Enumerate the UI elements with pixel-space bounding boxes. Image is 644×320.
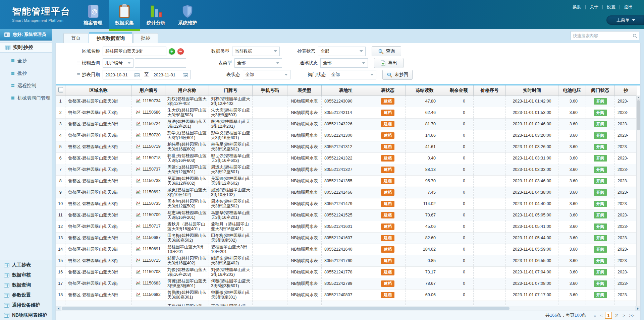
nav-item-clipboard[interactable]: 数据采集 (109, 0, 140, 29)
chart-icon[interactable] (136, 155, 141, 161)
column-header[interactable]: 表地址 (322, 85, 370, 95)
search-icon[interactable] (631, 34, 639, 38)
select-all-header[interactable] (56, 85, 65, 95)
column-header[interactable]: 价格序号 (474, 85, 506, 95)
page-number[interactable]: 2 (613, 312, 620, 319)
chart-icon[interactable] (136, 133, 141, 138)
date-from-input[interactable]: 2023-10-31 (103, 70, 142, 79)
horizontal-scroll-thumb[interactable] (62, 307, 509, 310)
date-to-input[interactable]: 2023-11-01 (151, 70, 191, 79)
chart-icon[interactable] (136, 121, 141, 127)
sidebar-subitem[interactable]: 远程控制 (0, 79, 52, 92)
chart-icon[interactable] (136, 224, 141, 229)
scroll-left-button[interactable] (56, 306, 61, 311)
sidebar-item-bottom[interactable]: NB物联网表维护 (0, 310, 52, 320)
table-row[interactable]: 13曾都区-碧桂园翠山蓝天3街11150687田冬梅(碧桂园翠山蓝天3街8座50… (56, 232, 637, 244)
column-header[interactable]: 用户名称 (165, 85, 209, 95)
chart-icon[interactable] (136, 110, 141, 115)
table-row[interactable]: 10曾都区-碧桂园翠山蓝天3街11150735周本智(碧桂园翠山蓝天3街12座5… (56, 198, 637, 209)
chart-icon[interactable] (136, 144, 141, 149)
scroll-up-button[interactable] (637, 95, 640, 100)
table-row[interactable]: 5曾都区-碧桂园翠山蓝天3街11150719柏伟星(碧桂园翠山蓝天3街16座60… (56, 141, 637, 152)
chart-icon[interactable] (136, 235, 141, 241)
chart-icon[interactable] (136, 167, 141, 172)
column-header[interactable]: 表状态 (370, 85, 406, 95)
tab-item[interactable]: 首页 (63, 33, 88, 43)
last-page-button[interactable]: >> (628, 313, 636, 318)
not-read-button[interactable]: 未抄回 (382, 70, 413, 80)
chart-icon[interactable] (136, 292, 141, 298)
column-header[interactable]: 冻结读数 (406, 85, 444, 95)
sidebar-item-realtime-reading[interactable]: 实时抄控 (0, 42, 52, 53)
column-header[interactable]: 阀门状态 (586, 85, 615, 95)
scroll-right-button[interactable] (635, 306, 640, 311)
tab-item[interactable]: 批抄 (133, 33, 158, 43)
table-row[interactable]: 17曾都区-碧桂园翠山蓝天3街11150683何薇(碧桂园翠山蓝天3街8座3栋6… (56, 278, 637, 289)
chart-icon[interactable] (136, 190, 141, 195)
chart-icon[interactable] (136, 269, 141, 275)
meter-type-select[interactable]: 全部 (234, 58, 282, 68)
table-row[interactable]: 6曾都区-碧桂园翠山蓝天3街11150718郭世强(碧桂园翠山蓝天3街16座60… (56, 152, 637, 164)
table-row[interactable]: 4曾都区-碧桂园翠山蓝天3街11150720彭学义(碧桂园翠山蓝天3街16座60… (56, 130, 637, 141)
table-row[interactable]: 16曾都区-碧桂园翠山蓝天3街11150708刘俊(碧桂园翠山蓝天3街16座20… (56, 266, 637, 278)
sidebar-subitem[interactable]: 批抄 (0, 67, 52, 79)
table-row[interactable]: 15曾都区-碧桂园翠山蓝天3街11150715邹耀东(碧桂园翠山蓝天3街16座4… (56, 255, 637, 266)
top-link[interactable]: 关于 (586, 4, 602, 10)
column-header[interactable]: 剩余金额 (444, 85, 474, 95)
sidebar-item-bottom[interactable]: 通用设备维护 (0, 300, 52, 310)
prev-page-button[interactable]: < (599, 313, 604, 318)
comm-state-select[interactable]: 全部 (320, 58, 368, 68)
column-header[interactable]: 电池电压 (558, 85, 586, 95)
table-row[interactable]: 9曾都区-碧桂园翠山蓝天3街11150692戚岚(碧桂园翠山蓝天3街10座102… (56, 187, 637, 198)
region-input[interactable]: 碧桂园翠山蓝天3街 (103, 47, 166, 56)
top-link[interactable]: 设置 (603, 4, 620, 10)
chart-icon[interactable] (136, 258, 141, 263)
table-row[interactable]: 8曾都区-碧桂园翠山蓝天3街11150738吴军娜(碧桂园翠山蓝天3街12座60… (56, 175, 637, 187)
read-state-select[interactable]: 全部 (318, 47, 366, 56)
table-row[interactable]: 2曾都区-碧桂园翠山蓝天3街11150686朱大庆(碧桂园翠山蓝天3街8座503… (56, 107, 637, 118)
table-row[interactable]: 王俊(碧桂园翠山蓝王俊(碧桂园翠山蓝 (56, 301, 637, 306)
column-header[interactable]: 用户编号 (132, 85, 165, 95)
valve-state-select[interactable]: 全部 (329, 70, 376, 79)
query-button[interactable]: 查询 (372, 46, 401, 56)
sidebar-item-bottom[interactable]: 人工抄表 (0, 260, 52, 270)
chart-icon[interactable] (136, 178, 141, 184)
column-header[interactable]: 门牌号 (209, 85, 253, 95)
nav-item-shield[interactable]: 系统维护 (172, 0, 203, 29)
table-row[interactable]: 18曾都区-碧桂园翠山蓝天3街11150682曾鹏傲(碧桂园翠山蓝天3街8座30… (56, 289, 637, 301)
horizontal-scrollbar[interactable] (56, 306, 640, 311)
export-button[interactable]: 导出 (374, 58, 404, 68)
main-menu-button[interactable]: 主菜单 (606, 15, 644, 25)
first-page-button[interactable]: « (592, 313, 597, 318)
column-header[interactable]: 表类型 (287, 85, 322, 95)
page-number-current[interactable]: 1 (605, 312, 612, 319)
sidebar-item-bottom[interactable]: 参数设置 (0, 290, 52, 300)
next-page-button[interactable]: > (621, 313, 627, 318)
vertical-scroll-thumb[interactable] (637, 100, 640, 130)
top-link[interactable]: 退出 (620, 4, 637, 10)
search-input[interactable] (571, 34, 631, 38)
table-row[interactable]: 11曾都区-碧桂园翠山蓝天3街11150709马志华(碧桂园翠山蓝天3街16座2… (56, 209, 637, 221)
vertical-scrollbar[interactable] (636, 95, 640, 306)
table-row[interactable]: 14曾都区-碧桂园翠山蓝天3街11150691碧桂园翠山蓝天3街10座201碧桂… (56, 244, 637, 255)
chart-icon[interactable] (136, 212, 141, 218)
fuzzy-query-input[interactable] (135, 58, 186, 68)
add-region-button[interactable]: + (169, 48, 175, 55)
chart-icon[interactable] (136, 247, 141, 252)
nav-item-bar-chart[interactable]: 统计分析 (140, 0, 172, 29)
data-type-select[interactable]: 当前数据 (232, 47, 280, 56)
tab-active[interactable]: 抄表数据查询 (89, 33, 132, 43)
column-header[interactable]: 实时时间 (506, 85, 558, 95)
table-row[interactable]: 12曾都区-碧桂园翠山蓝天3街11150717孟秋月（碧桂园翠山蓝天3街16座4… (56, 221, 637, 232)
column-header[interactable]: 抄 (615, 85, 637, 95)
table-row[interactable]: 3曾都区-碧桂园翠山蓝天3街11150724殷浩(碧桂园翠山蓝天3街12座201… (56, 118, 637, 130)
top-link[interactable]: 换肤 (569, 4, 585, 10)
remove-region-button[interactable]: − (177, 48, 184, 55)
chart-icon[interactable] (136, 201, 141, 206)
sidebar-item-bottom[interactable]: 数据查询 (0, 280, 52, 290)
chart-icon[interactable] (136, 281, 141, 286)
column-header[interactable]: 手机号码 (253, 85, 287, 95)
sidebar-subitem[interactable]: 机械表阀门管理 (0, 92, 52, 104)
sidebar-subitem[interactable]: 全抄 (0, 55, 52, 67)
nav-item-address-book[interactable]: @档案管理 (77, 0, 109, 29)
